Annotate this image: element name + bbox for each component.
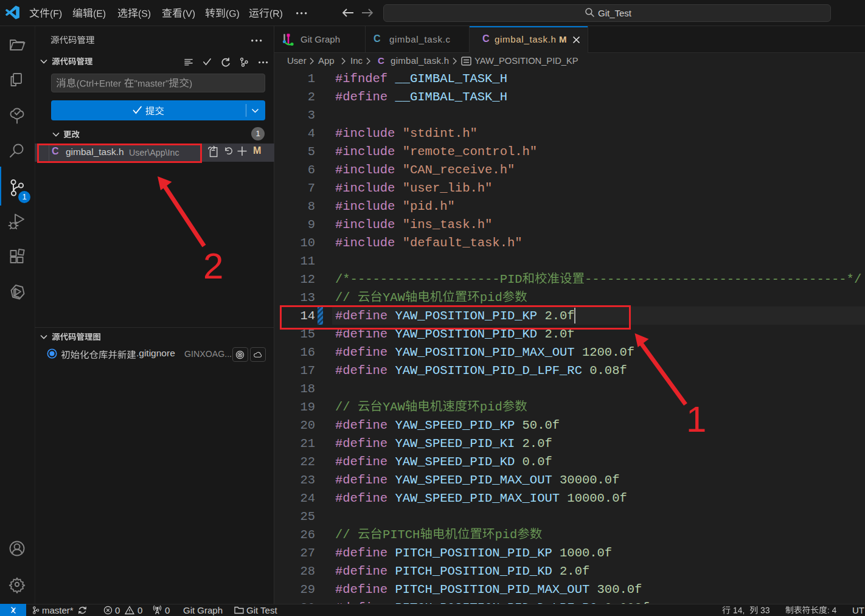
svg-text:PITCH_POSITION_PID_KD: PITCH_POSITION_PID_KD: [395, 564, 552, 578]
svg-text:50.0f: 50.0f: [523, 418, 560, 432]
svg-text:YAW_SPEED_PID_KD: YAW_SPEED_PID_KD: [395, 455, 515, 469]
svg-text:20: 20: [300, 418, 315, 432]
svg-text:YAW_SPEED_PID_MAX_IOUT: YAW_SPEED_PID_MAX_IOUT: [395, 491, 560, 505]
svg-text:1: 1: [686, 399, 706, 440]
svg-text:#define: #define: [335, 364, 387, 378]
svg-text:25: 25: [300, 510, 315, 524]
svg-text:10000.0f: 10000.0f: [567, 491, 627, 505]
svg-text:PITCH_POSITION_PID_KP: PITCH_POSITION_PID_KP: [395, 546, 552, 560]
svg-text:11: 11: [300, 254, 315, 268]
svg-text:2.0f: 2.0f: [523, 437, 552, 451]
svg-text:pid: pid: [495, 528, 517, 542]
svg-text://: //: [335, 400, 350, 414]
svg-text:#ifndef: #ifndef: [335, 72, 387, 86]
svg-text:0.08f: 0.08f: [589, 364, 627, 378]
svg-text:"remote_control.h": "remote_control.h": [403, 145, 537, 159]
svg-text:4: 4: [308, 126, 315, 140]
svg-text:24: 24: [300, 491, 315, 505]
svg-text:19: 19: [300, 400, 315, 414]
svg-text://: //: [335, 528, 350, 542]
svg-text:"default_task.h": "default_task.h": [403, 236, 523, 250]
svg-text:#define: #define: [335, 437, 387, 451]
svg-text:5: 5: [308, 145, 315, 159]
svg-text:0.0f: 0.0f: [523, 455, 552, 469]
svg-text:13: 13: [300, 291, 315, 305]
svg-text:300.0f: 300.0f: [597, 583, 642, 597]
svg-text:#include: #include: [335, 218, 395, 232]
svg-text:#include: #include: [335, 163, 395, 177]
svg-text:__GIMBAL_TASK_H: __GIMBAL_TASK_H: [394, 90, 507, 104]
svg-text:7: 7: [308, 181, 315, 195]
svg-text:"pid.h": "pid.h": [403, 199, 455, 213]
svg-text:8: 8: [308, 199, 315, 213]
svg-text:/*--------------------PID: /*--------------------PID: [335, 272, 523, 286]
svg-text:1200.0f: 1200.0f: [582, 345, 634, 359]
svg-text:3: 3: [308, 108, 315, 122]
svg-text:21: 21: [300, 437, 315, 451]
svg-text:2: 2: [203, 246, 223, 286]
svg-text:#define: #define: [335, 583, 387, 597]
svg-text:#define: #define: [335, 90, 387, 104]
svg-text:#define: #define: [335, 455, 387, 469]
svg-text:#include: #include: [335, 126, 395, 140]
svg-text:17: 17: [300, 364, 315, 378]
svg-text:YAW_POSITION_PID_D_LPF_RC: YAW_POSITION_PID_D_LPF_RC: [395, 364, 582, 378]
svg-text:#define: #define: [335, 418, 387, 432]
svg-text:#define: #define: [335, 491, 387, 505]
svg-text:__GIMBAL_TASK_H: __GIMBAL_TASK_H: [394, 72, 507, 86]
svg-text:#define: #define: [335, 345, 387, 359]
svg-text:YAW_SPEED_PID_KP: YAW_SPEED_PID_KP: [395, 418, 515, 432]
svg-text:"user_lib.h": "user_lib.h": [403, 181, 493, 195]
svg-text:YAW: YAW: [383, 400, 406, 414]
svg-text:6: 6: [308, 163, 315, 177]
svg-text:"ins_task.h": "ins_task.h": [403, 218, 493, 232]
svg-text:#define: #define: [335, 546, 387, 560]
svg-text:YAW_SPEED_PID_KI: YAW_SPEED_PID_KI: [395, 437, 515, 451]
svg-text:pid: pid: [480, 291, 502, 305]
svg-text:#include: #include: [335, 181, 395, 195]
svg-text:"stdint.h": "stdint.h": [403, 126, 478, 140]
svg-text:1000.0f: 1000.0f: [560, 546, 612, 560]
svg-text:#define: #define: [335, 564, 387, 578]
svg-text:#include: #include: [335, 199, 395, 213]
svg-text:12: 12: [300, 272, 315, 286]
svg-text:9: 9: [308, 218, 315, 232]
svg-text:27: 27: [300, 546, 315, 560]
svg-text:#include: #include: [335, 236, 395, 250]
svg-text:"CAN_receive.h": "CAN_receive.h": [403, 163, 515, 177]
svg-text:pid: pid: [480, 400, 502, 414]
svg-text:10: 10: [300, 236, 315, 250]
svg-text:YAW_SPEED_PID_MAX_OUT: YAW_SPEED_PID_MAX_OUT: [395, 473, 552, 487]
svg-text:29: 29: [300, 583, 315, 597]
svg-text:22: 22: [300, 455, 315, 469]
svg-text:YAW_POSITION_PID_MAX_OUT: YAW_POSITION_PID_MAX_OUT: [395, 345, 574, 359]
svg-text:PITCH_POSITION_PID_MAX_OUT: PITCH_POSITION_PID_MAX_OUT: [395, 583, 589, 597]
svg-text:PITCH: PITCH: [383, 528, 420, 542]
svg-text:23: 23: [300, 473, 315, 487]
svg-text:16: 16: [300, 345, 315, 359]
svg-text:------------------------------: -----------------------------------*/: [585, 272, 861, 286]
svg-text:#include: #include: [335, 145, 395, 159]
svg-text:30000.0f: 30000.0f: [560, 473, 619, 487]
svg-text:2: 2: [308, 90, 315, 104]
svg-text:28: 28: [300, 564, 315, 578]
svg-text://: //: [335, 291, 350, 305]
svg-text:#define: #define: [335, 473, 387, 487]
svg-text:18: 18: [300, 382, 315, 396]
svg-text:YAW: YAW: [383, 291, 406, 305]
svg-text:26: 26: [300, 528, 315, 542]
svg-text:1: 1: [308, 72, 315, 86]
svg-text:2.0f: 2.0f: [560, 564, 589, 578]
